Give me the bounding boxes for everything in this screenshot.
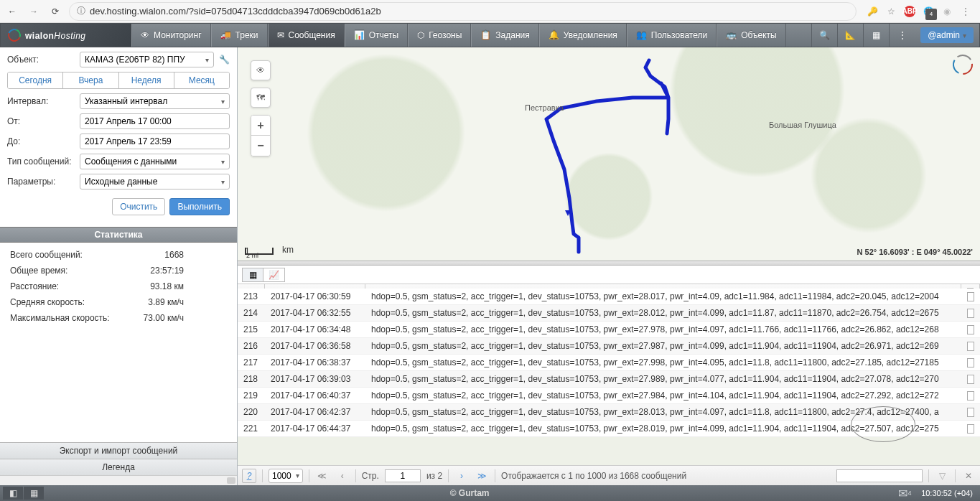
quick-Вчера[interactable]: Вчера [63, 72, 118, 88]
nav-Сообщения[interactable]: ✉Сообщения [268, 24, 345, 47]
next-page-button[interactable]: › [454, 469, 469, 483]
table-row[interactable]: 2202017-04-17 06:42:37hdop=0.5, gsm_stat… [238, 404, 980, 421]
nav-Объекты[interactable]: 🚌Объекты [717, 24, 786, 47]
page-size-select[interactable]: 1000▾ [269, 469, 303, 483]
row-checkbox[interactable] [967, 292, 974, 301]
search-icon[interactable]: 🔍 [811, 24, 837, 47]
grid-body[interactable]: 2132017-04-17 06:30:59hdop=0.5, gsm_stat… [238, 289, 980, 465]
nav-Задания[interactable]: 📋Задания [471, 24, 538, 47]
last-page-button[interactable]: ≫ [475, 469, 489, 483]
gray-icon[interactable]: ◉ [941, 6, 953, 17]
nav-label: Пользователи [651, 30, 707, 40]
help-button[interactable]: ? [242, 469, 256, 483]
more-icon[interactable]: ⋮ [889, 24, 915, 47]
table-row[interactable]: 2182017-04-17 06:39:03hdop=0.5, gsm_stat… [238, 371, 980, 388]
layers-icon[interactable]: 🗺 [251, 88, 271, 108]
nav-label: Мониторинг [154, 30, 202, 40]
row-checkbox[interactable] [967, 309, 974, 318]
nav-Геозоны[interactable]: ⬡Геозоны [408, 24, 471, 47]
page-input[interactable] [385, 469, 421, 482]
row-checkbox[interactable] [967, 325, 974, 334]
nav-Уведомления[interactable]: 🔔Уведомления [539, 24, 627, 47]
abp-icon[interactable]: ABP [904, 6, 915, 17]
interval-select[interactable]: Указанный интервал▾ [80, 93, 230, 109]
prev-page-button[interactable]: ‹ [335, 469, 350, 483]
svg-point-1 [951, 53, 974, 76]
footer-time: 10:30:52 (+04) [914, 489, 980, 497]
nav-icon: ✉ [277, 30, 284, 40]
row-checkbox[interactable] [967, 342, 974, 351]
earth-icon[interactable]: 🌐4 [923, 6, 934, 17]
nav-label: Объекты [741, 30, 777, 40]
nav-Треки[interactable]: 🚚Треки [211, 24, 268, 47]
view-toggle: ▦ 📈 [238, 266, 980, 284]
svg-point-2 [951, 53, 974, 76]
table-row[interactable]: 2212017-04-17 06:44:37hdop=0.5, gsm_stat… [238, 421, 980, 437]
wrench-icon[interactable]: 🔧 [218, 55, 230, 65]
row-checkbox[interactable] [967, 375, 974, 384]
table-row[interactable]: 2152017-04-17 06:34:48hdop=0.5, gsm_stat… [238, 322, 980, 338]
first-page-button[interactable]: ≪ [315, 469, 330, 483]
nav-icon: ⬡ [417, 30, 424, 40]
star-icon[interactable]: ☆ [885, 6, 897, 17]
user-menu[interactable]: @admin▾ [920, 27, 974, 43]
menu-icon[interactable]: ⋮ [960, 6, 971, 17]
stat-row: Максимальная скорость:73.00 км/ч [10, 310, 227, 326]
params-select[interactable]: Исходные данные▾ [80, 174, 230, 189]
from-label: От: [7, 116, 75, 126]
table-row[interactable]: 2172017-04-17 06:38:37hdop=0.5, gsm_stat… [238, 355, 980, 371]
table-view-button[interactable]: ▦ [242, 268, 263, 282]
ruler-icon[interactable]: 📐 [837, 24, 863, 47]
clear-button[interactable]: Очистить [112, 198, 165, 215]
nav-label: Задания [495, 30, 529, 40]
sidebar-hscroll[interactable] [0, 475, 237, 485]
key-icon[interactable]: 🔑 [867, 6, 878, 17]
back-button[interactable]: ← [4, 4, 20, 19]
browser-extensions: 🔑 ☆ ABP 🌐4 ◉ ⋮ [862, 6, 976, 17]
apps-icon[interactable]: ▦ [863, 24, 889, 47]
row-checkbox[interactable] [967, 391, 974, 401]
legend-section[interactable]: Легенда [0, 459, 237, 475]
nav-label: Геозоны [429, 30, 462, 40]
export-section[interactable]: Экспорт и импорт сообщений [0, 442, 237, 459]
city-label: Пестравка [525, 103, 564, 112]
forward-button[interactable]: → [26, 4, 42, 19]
row-checkbox[interactable] [967, 358, 974, 367]
table-row[interactable]: 2192017-04-17 06:40:37hdop=0.5, gsm_stat… [238, 388, 980, 404]
url-text: dev.hosting.wialon.com/?sid=075d04713cdd… [90, 6, 381, 17]
address-bar[interactable]: ⓘ dev.hosting.wialon.com/?sid=075d04713c… [69, 2, 857, 21]
nav-Мониторинг[interactable]: 👁Мониторинг [131, 24, 211, 47]
footer-copyright: © Gurtam [44, 488, 895, 498]
envelope-icon[interactable]: ✉4 [895, 487, 914, 500]
table-row[interactable]: 2162017-04-17 06:36:58hdop=0.5, gsm_stat… [238, 338, 980, 355]
panel-toggle-icon[interactable]: ◧ [3, 487, 23, 500]
row-checkbox[interactable] [967, 408, 974, 417]
visibility-icon[interactable]: 👁 [251, 60, 271, 80]
grid-search-input[interactable] [836, 469, 923, 482]
table-row[interactable]: 2142017-04-17 06:32:55hdop=0.5, gsm_stat… [238, 305, 980, 322]
map[interactable]: ПестравкаБольшая Глушица 👁 🗺 + − 1 km 2 … [238, 47, 980, 261]
quick-Месяц[interactable]: Месяц [174, 72, 229, 88]
track-line [238, 47, 980, 261]
chart-view-button[interactable]: 📈 [263, 268, 285, 282]
filter-icon[interactable]: ▽ [935, 469, 949, 483]
to-input[interactable]: 2017 Апрель 17 23:59 [80, 134, 230, 149]
app-logo[interactable]: wialonHosting [1, 24, 131, 47]
nav-label: Сообщения [289, 30, 335, 40]
grid-layout-icon[interactable]: ▦ [24, 487, 44, 500]
table-row[interactable]: 2132017-04-17 06:30:59hdop=0.5, gsm_stat… [238, 289, 980, 305]
object-select[interactable]: КАМАЗ (Е206ТР 82) ППУ▾ [80, 52, 214, 67]
reload-button[interactable]: ⟳ [47, 4, 63, 19]
msgtype-select[interactable]: Сообщения с данными▾ [80, 154, 230, 169]
nav-Пользователи[interactable]: 👥Пользователи [627, 24, 717, 47]
from-input[interactable]: 2017 Апрель 17 00:00 [80, 113, 230, 129]
nav-Отчеты[interactable]: 📊Отчеты [345, 24, 408, 47]
close-icon[interactable]: ✕ [961, 469, 976, 483]
quick-Неделя[interactable]: Неделя [119, 72, 174, 88]
zoom-in-button[interactable]: + [251, 116, 270, 136]
zoom-out-button[interactable]: − [251, 136, 270, 156]
quick-Сегодня[interactable]: Сегодня [8, 72, 63, 88]
row-checkbox[interactable] [967, 424, 974, 434]
execute-button[interactable]: Выполнить [169, 198, 230, 215]
object-label: Объект: [7, 55, 75, 65]
